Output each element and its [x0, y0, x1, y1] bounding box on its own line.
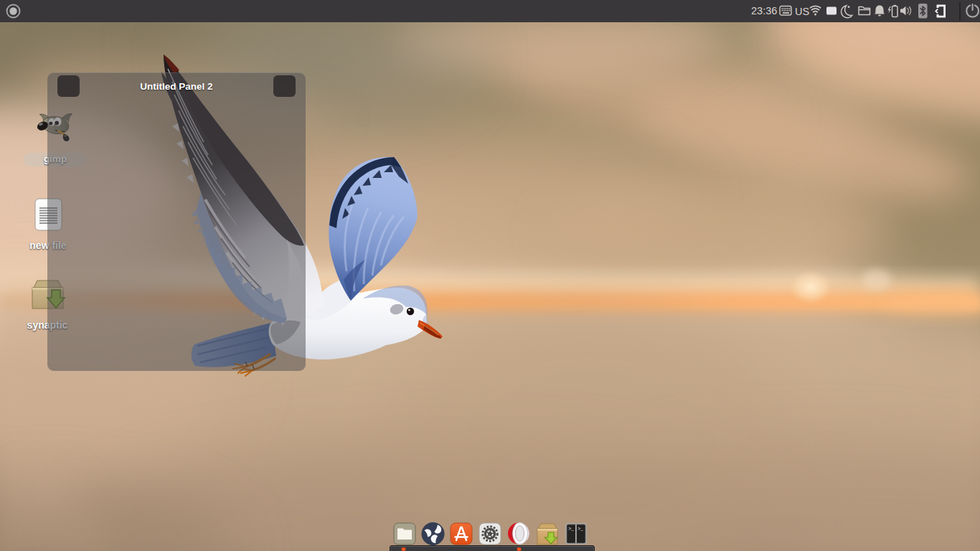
- svg-text:23:36: 23:36: [751, 5, 777, 17]
- svg-text:US: US: [795, 6, 809, 17]
- svg-text:>_: >_: [578, 527, 583, 532]
- svg-text:>_: >_: [568, 527, 574, 532]
